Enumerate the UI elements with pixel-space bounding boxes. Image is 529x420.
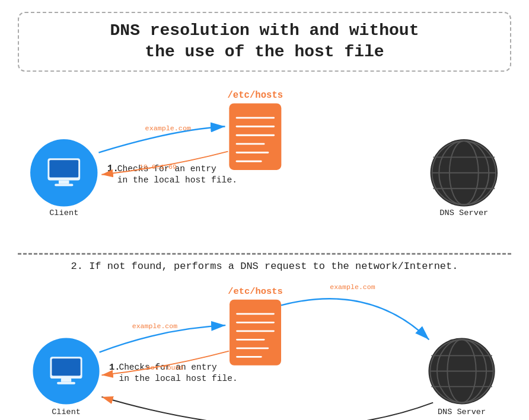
diagram-1: Client /etc/hosts DNS Server bbox=[6, 81, 523, 253]
svg-rect-10 bbox=[59, 180, 69, 184]
svg-rect-29 bbox=[230, 299, 281, 365]
title-line1: DNS resolution with and without bbox=[110, 21, 419, 40]
hosts-label-2: /etc/hosts bbox=[228, 286, 283, 297]
arrow-dns-query-label: example.com bbox=[330, 283, 375, 291]
title-box: DNS resolution with and without the use … bbox=[18, 12, 511, 72]
title-line2: the use of the host file bbox=[145, 43, 384, 61]
main-container: DNS resolution with and without the use … bbox=[0, 0, 529, 420]
arrow-notfound-label: not found bbox=[146, 363, 184, 371]
step2-description: 2. If not found, performs a DNS request … bbox=[71, 261, 458, 272]
svg-rect-28 bbox=[57, 382, 75, 384]
client-label-2: Client bbox=[52, 408, 81, 416]
svg-rect-27 bbox=[61, 379, 71, 382]
step1-line2-1: in the local host file. bbox=[117, 175, 237, 185]
title-text: DNS resolution with and without the use … bbox=[31, 20, 498, 63]
dns-label-1: DNS Server bbox=[439, 209, 488, 217]
arrow-dns-query bbox=[281, 299, 429, 339]
step1-line2-2: in the local host file. bbox=[119, 374, 237, 383]
arrow-query-label-1: example.com bbox=[145, 124, 191, 133]
svg-rect-9 bbox=[49, 160, 78, 177]
diagram-2: Client /etc/hosts DNS Server bbox=[6, 277, 523, 420]
client-label-1: Client bbox=[49, 209, 78, 217]
arrow-response-label-1: 10.0.1.69 bbox=[139, 163, 177, 171]
arrow-dns-response bbox=[101, 397, 433, 420]
svg-rect-26 bbox=[52, 358, 80, 376]
dns-label-2: DNS Server bbox=[438, 408, 486, 416]
svg-rect-11 bbox=[55, 184, 73, 186]
hosts-label-1: /etc/hosts bbox=[227, 89, 283, 100]
svg-rect-12 bbox=[229, 103, 281, 169]
section-1: Client /etc/hosts DNS Server bbox=[6, 81, 523, 253]
step2-text: 2. If not found, performs a DNS request … bbox=[6, 255, 523, 277]
arrow-query2-label: example.com bbox=[132, 322, 178, 330]
section-2: Client /etc/hosts DNS Server bbox=[6, 277, 523, 420]
